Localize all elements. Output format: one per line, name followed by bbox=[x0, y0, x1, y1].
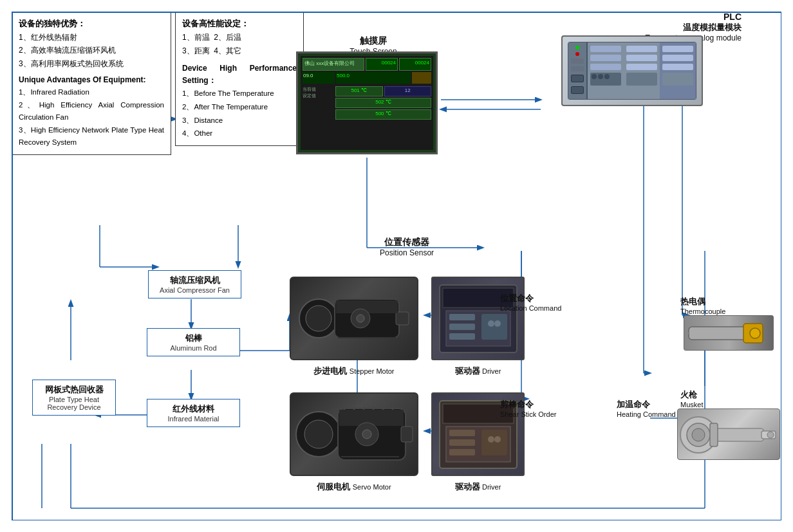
zh-items-left: 1、红外线热辐射 2、高效率轴流压缩循环风机 3、高利用率网板式热回收系统 bbox=[19, 31, 164, 70]
shear-stick-order-label: 剪棒命令 Shear Stick Order bbox=[500, 399, 577, 418]
zh-items-right: 1、前温 2、后温 3、距离 4、其它 bbox=[182, 31, 297, 59]
heating-command-label: 加温命令 Heating Command bbox=[617, 399, 694, 418]
svg-rect-44 bbox=[481, 314, 507, 340]
svg-rect-33 bbox=[396, 312, 409, 325]
en-items-left: 1、Infrared Radiation 2、High Efficiency A… bbox=[19, 86, 164, 149]
plate-heat-recovery-box: 网板式热回收器 Plate Type Heat Recovery Device bbox=[32, 380, 116, 416]
right-border bbox=[781, 12, 782, 520]
svg-rect-64 bbox=[449, 430, 475, 436]
servo-motor-label: 伺服电机 Servo Motor bbox=[290, 481, 418, 493]
svg-rect-42 bbox=[449, 324, 475, 330]
en-items-right: 1、Before The Temperature 2、After The Tem… bbox=[182, 87, 297, 140]
svg-rect-41 bbox=[449, 314, 475, 320]
left-border bbox=[12, 12, 13, 520]
touch-screen-image: 佛山 xxx设备有限公司 00024 00024 09.0 500.0 当前值 … bbox=[296, 51, 438, 154]
thermocouple-label: 热电偶 Thermocouple bbox=[680, 296, 758, 315]
svg-point-45 bbox=[488, 320, 494, 327]
axial-fan-box: 轴流压缩风机 Axial Compressor Fan bbox=[148, 270, 241, 298]
bottom-border bbox=[12, 520, 781, 521]
svg-point-48 bbox=[304, 420, 333, 448]
svg-point-53 bbox=[362, 430, 371, 439]
svg-point-73 bbox=[750, 328, 760, 338]
svg-point-69 bbox=[494, 436, 501, 443]
position-sensor-label: 位置传感器 Position Sensor bbox=[380, 237, 434, 257]
svg-rect-70 bbox=[689, 327, 747, 340]
plc-image bbox=[561, 35, 703, 106]
svg-rect-43 bbox=[449, 333, 475, 340]
svg-point-31 bbox=[306, 306, 331, 331]
stepper-motor-image bbox=[290, 277, 418, 360]
svg-rect-50 bbox=[401, 427, 413, 442]
svg-point-68 bbox=[488, 436, 494, 443]
svg-point-46 bbox=[494, 320, 501, 327]
thermocouple-image bbox=[684, 315, 774, 351]
en-title-left: Unique Advantages Of Equipment: bbox=[19, 74, 164, 86]
driver1-image bbox=[431, 277, 525, 360]
zh-title-left: 设备的独特优势： bbox=[19, 17, 164, 31]
svg-point-36 bbox=[357, 315, 364, 322]
driver2-label: 驱动器 Driver bbox=[431, 481, 525, 493]
diagram-container: 设备的独特优势： 1、红外线热辐射 2、高效率轴流压缩循环风机 3、高利用率网板… bbox=[0, 0, 793, 532]
info-box-left: 设备的独特优势： 1、红外线热辐射 2、高效率轴流压缩循环风机 3、高利用率网板… bbox=[12, 12, 171, 155]
top-border bbox=[12, 12, 781, 13]
svg-rect-67 bbox=[481, 430, 507, 455]
svg-point-76 bbox=[692, 428, 705, 441]
en-title-right: Device High Performance Setting： bbox=[182, 62, 297, 87]
info-box-right: 设备高性能设定： 1、前温 2、后温 3、距离 4、其它 Device High… bbox=[175, 12, 304, 146]
zh-title-right: 设备高性能设定： bbox=[182, 17, 297, 31]
location-command-label: 位置命令 Location Command bbox=[500, 293, 577, 312]
servo-motor-image bbox=[290, 392, 418, 476]
svg-rect-77 bbox=[713, 428, 764, 441]
driver1-label: 驱动器 Driver bbox=[431, 365, 525, 377]
svg-rect-65 bbox=[449, 439, 475, 446]
svg-rect-78 bbox=[710, 423, 718, 446]
aluminum-rod-box: 铝棒 Aluminum Rod bbox=[147, 328, 240, 356]
stepper-motor-label: 步进电机 Stepper Motor bbox=[290, 365, 418, 377]
svg-point-80 bbox=[767, 432, 774, 438]
infrared-material-box: 红外线材料 Infrared Material bbox=[147, 399, 240, 427]
svg-rect-66 bbox=[449, 449, 475, 455]
